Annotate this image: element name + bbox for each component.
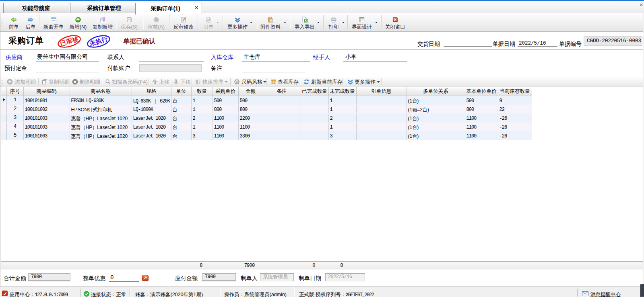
svg-text:未执行: 未执行	[88, 35, 109, 47]
svg-text:已审核: 已审核	[59, 35, 79, 47]
